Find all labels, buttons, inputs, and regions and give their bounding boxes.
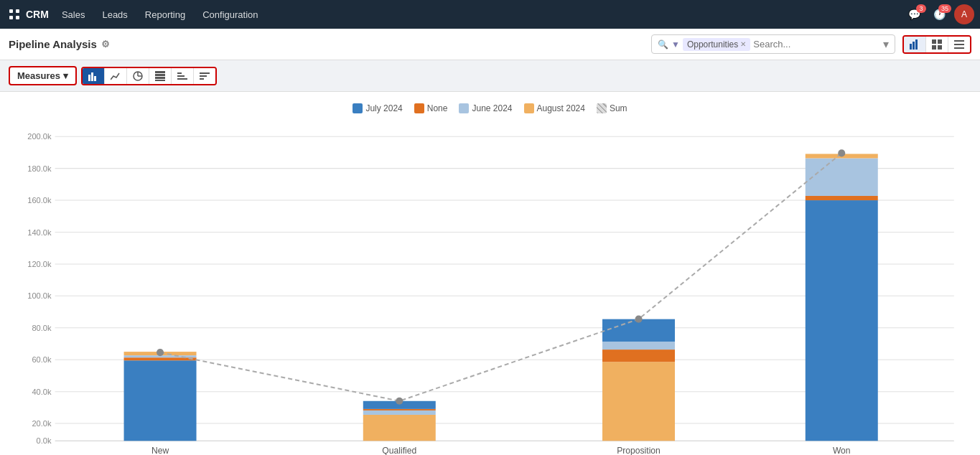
svg-rect-3 — [16, 16, 19, 19]
legend-sum-color — [597, 103, 607, 113]
svg-rect-2 — [9, 16, 13, 19]
bar-won: Won — [806, 154, 878, 455]
view-buttons — [902, 35, 971, 54]
table-chart-button[interactable] — [149, 68, 172, 84]
svg-rect-57 — [363, 415, 436, 441]
search-tag-close[interactable]: ✕ — [740, 40, 746, 48]
svg-text:0.0k: 0.0k — [37, 436, 52, 445]
svg-rect-6 — [915, 39, 918, 50]
sum-dot-proposition — [635, 316, 642, 323]
svg-rect-23 — [155, 80, 165, 81]
svg-rect-0 — [9, 9, 13, 13]
measures-label: Measures — [17, 70, 60, 81]
svg-rect-8 — [938, 39, 942, 44]
nav-configuration[interactable]: Configuration — [195, 5, 265, 24]
measures-dropdown-icon: ▾ — [63, 70, 68, 81]
nav-sales[interactable]: Sales — [55, 5, 93, 24]
legend-july-color — [353, 103, 363, 113]
page-title-text: Pipeline Analysis — [9, 38, 97, 50]
page-title-group: Pipeline Analysis ⚙ — [9, 38, 110, 50]
svg-rect-68 — [806, 196, 878, 200]
apps-icon[interactable] — [6, 6, 23, 23]
bar-chart-button[interactable] — [83, 68, 105, 84]
bar-new: New — [124, 352, 197, 455]
svg-text:80.0k: 80.0k — [32, 324, 52, 332]
svg-rect-29 — [200, 78, 204, 80]
search-dropdown-icon[interactable]: ▾ — [883, 37, 889, 51]
settings-icon[interactable]: ⚙ — [101, 39, 110, 50]
chart-legend: July 2024 None June 2024 August 2024 Sum — [11, 103, 969, 113]
svg-rect-11 — [954, 40, 964, 42]
svg-rect-28 — [200, 75, 207, 77]
sum-dot-qualified — [396, 398, 403, 405]
legend-june-label: June 2024 — [472, 103, 512, 113]
legend-june: June 2024 — [459, 103, 512, 113]
svg-rect-12 — [954, 44, 964, 45]
svg-rect-25 — [177, 75, 185, 77]
svg-rect-24 — [177, 78, 187, 80]
legend-none-label: None — [427, 103, 448, 113]
svg-rect-13 — [954, 47, 964, 49]
sort-asc-button[interactable] — [172, 68, 194, 84]
legend-sum: Sum — [597, 103, 627, 113]
line-chart-button[interactable] — [105, 68, 127, 84]
legend-august: August 2024 — [524, 103, 585, 113]
nav-reporting[interactable]: Reporting — [138, 5, 192, 24]
svg-rect-59 — [363, 409, 436, 411]
svg-rect-7 — [932, 39, 936, 44]
sum-dot-new — [157, 349, 164, 356]
bar-qualified: Qualified — [363, 401, 436, 455]
svg-rect-27 — [200, 72, 210, 74]
svg-text:Won: Won — [833, 446, 851, 455]
search-bar: 🔍 ▼ Opportunities ✕ ▾ — [651, 34, 895, 54]
top-navigation: CRM Sales Leads Reporting Configuration … — [0, 0, 980, 29]
bar-proposition: Proposition — [602, 319, 675, 455]
grid-view-button[interactable] — [926, 37, 948, 52]
legend-july: July 2024 — [353, 103, 402, 113]
svg-rect-62 — [602, 362, 675, 441]
clock-icon[interactable]: 🕐 35 — [929, 6, 950, 23]
legend-august-label: August 2024 — [537, 103, 585, 113]
svg-rect-20 — [155, 71, 165, 73]
measures-button[interactable]: Measures ▾ — [9, 66, 77, 85]
svg-rect-4 — [910, 44, 912, 50]
pie-chart-button[interactable] — [127, 68, 149, 84]
svg-rect-10 — [938, 45, 942, 50]
svg-text:20.0k: 20.0k — [32, 419, 52, 428]
svg-rect-58 — [363, 411, 436, 415]
secondary-bar: Pipeline Analysis ⚙ 🔍 ▼ Opportunities ✕ … — [0, 29, 980, 60]
toolbar: Measures ▾ — [0, 60, 980, 92]
svg-rect-1 — [16, 9, 19, 13]
svg-text:40.0k: 40.0k — [32, 388, 52, 396]
sort-desc-button[interactable] — [194, 68, 215, 84]
svg-rect-21 — [155, 74, 165, 76]
svg-rect-22 — [155, 77, 165, 79]
legend-august-color — [524, 103, 534, 113]
brand-name[interactable]: CRM — [26, 9, 49, 20]
svg-rect-16 — [94, 76, 96, 81]
svg-text:120.0k: 120.0k — [27, 260, 52, 268]
messages-icon[interactable]: 💬 3 — [904, 6, 925, 23]
svg-rect-26 — [177, 72, 182, 74]
chart-svg: 200.0k 180.0k 160.0k 140.0k 120.0k 100.0… — [11, 122, 969, 455]
svg-rect-69 — [806, 158, 878, 196]
legend-july-label: July 2024 — [365, 103, 402, 113]
search-input[interactable] — [753, 39, 880, 50]
svg-rect-64 — [602, 342, 675, 350]
legend-sum-label: Sum — [610, 103, 627, 113]
svg-text:160.0k: 160.0k — [27, 196, 52, 205]
svg-rect-9 — [932, 45, 936, 50]
chart-view-button[interactable] — [904, 37, 926, 52]
nav-leads[interactable]: Leads — [95, 5, 134, 24]
clock-badge: 35 — [938, 4, 951, 13]
svg-rect-52 — [124, 360, 197, 441]
svg-text:200.0k: 200.0k — [27, 132, 52, 141]
chart-area: July 2024 None June 2024 August 2024 Sum… — [0, 92, 980, 455]
filter-icon[interactable]: ▼ — [671, 39, 680, 50]
sum-line — [157, 149, 845, 404]
list-view-button[interactable] — [948, 37, 970, 52]
search-tag: Opportunities ✕ — [683, 38, 750, 51]
svg-text:140.0k: 140.0k — [27, 228, 52, 237]
svg-rect-5 — [913, 42, 915, 50]
avatar[interactable]: A — [954, 4, 974, 24]
